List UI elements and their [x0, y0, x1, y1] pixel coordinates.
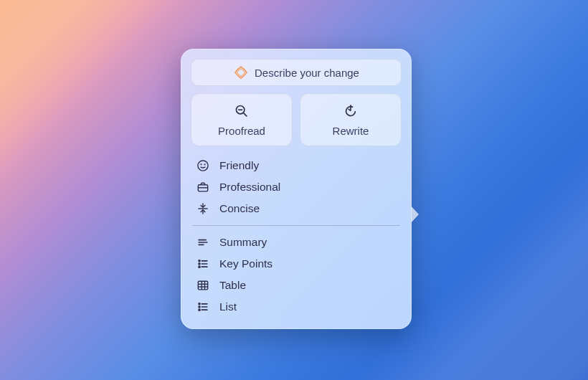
describe-change-label: Describe your change: [255, 67, 359, 79]
keypoints-icon: [195, 256, 211, 272]
menu-item-label: Key Points: [219, 257, 272, 270]
proofread-button[interactable]: Proofread: [191, 93, 293, 146]
tone-list: Friendly Professional: [191, 155, 402, 219]
svg-point-7: [204, 164, 205, 165]
proofread-label: Proofread: [218, 125, 265, 137]
list-item[interactable]: List: [191, 296, 402, 318]
rewrite-label: Rewrite: [333, 125, 369, 137]
table-item[interactable]: Table: [191, 275, 402, 296]
table-icon: [195, 277, 211, 293]
proofread-icon: [234, 103, 250, 119]
summary-icon: [195, 234, 211, 250]
briefcase-icon: [195, 179, 211, 195]
svg-point-16: [199, 260, 200, 262]
smile-icon: [195, 158, 211, 174]
list-icon: [195, 299, 211, 315]
svg-point-29: [199, 306, 200, 308]
menu-item-label: Professional: [219, 181, 280, 194]
popover-arrow: [411, 206, 419, 223]
divider: [192, 225, 400, 226]
menu-item-label: Summary: [219, 236, 267, 249]
svg-line-1: [243, 113, 247, 116]
menu-item-label: Table: [219, 279, 246, 292]
friendly-item[interactable]: Friendly: [191, 155, 402, 176]
intelligence-icon: [233, 65, 249, 80]
summary-item[interactable]: Summary: [191, 232, 402, 253]
menu-item-label: Concise: [219, 202, 260, 215]
describe-change-button[interactable]: Describe your change: [191, 59, 402, 86]
professional-item[interactable]: Professional: [191, 176, 402, 198]
svg-point-31: [199, 309, 200, 310]
menu-item-label: List: [219, 300, 237, 313]
menu-item-label: Friendly: [219, 159, 259, 172]
svg-point-20: [199, 266, 200, 267]
svg-point-18: [199, 263, 200, 265]
svg-point-6: [201, 164, 201, 165]
svg-rect-22: [198, 281, 207, 290]
rewrite-button[interactable]: Rewrite: [300, 93, 402, 146]
svg-point-5: [198, 161, 208, 171]
format-list: Summary Key Points: [191, 232, 402, 318]
writing-tools-popover: Describe your change Proofread Rewri: [181, 49, 412, 329]
rewrite-icon: [343, 103, 359, 119]
concise-icon: [195, 201, 211, 217]
concise-item[interactable]: Concise: [191, 198, 402, 219]
keypoints-item[interactable]: Key Points: [191, 253, 402, 275]
svg-point-27: [199, 303, 200, 305]
